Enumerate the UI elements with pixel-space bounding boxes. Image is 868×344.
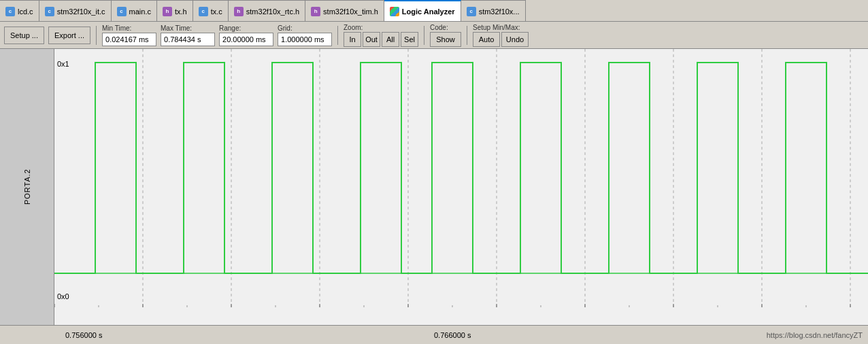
divider-1: [96, 26, 97, 45]
divider-2: [337, 26, 338, 45]
y-label-low: 0x0: [57, 292, 69, 300]
tab-label-logic-analyzer: Logic Analyzer: [402, 7, 455, 16]
tab-icon-logic-analyzer: [390, 7, 399, 16]
min-time-label: Min Time:: [102, 24, 156, 32]
tab-label-lcd-c: lcd.c: [18, 7, 33, 16]
y-label-high: 0x1: [57, 60, 69, 68]
grid-label: Grid:: [278, 24, 332, 32]
range-value: 20.00000 ms: [219, 33, 273, 46]
grid-group: Grid: 1.000000 ms: [278, 24, 332, 46]
auto-button[interactable]: Auto: [473, 32, 500, 47]
tab-label-stm32f10x-it-c: stm32f10x_it.c: [57, 7, 105, 16]
tab-lcd-c[interactable]: c lcd.c: [0, 0, 39, 22]
watermark: https://blog.csdn.net/fancyZT: [767, 331, 863, 339]
tab-icon-stm32f10x-more: c: [467, 7, 476, 16]
divider-4: [467, 26, 467, 45]
time-label-left: 0.756000 s: [65, 331, 102, 339]
tab-label-main-c: main.c: [129, 7, 151, 16]
signal-labels: PORTA.2: [0, 49, 54, 325]
tab-label-tx-c: tx.c: [211, 7, 222, 16]
range-group: Range: 20.00000 ms: [219, 24, 273, 46]
divider-3: [424, 26, 424, 45]
tab-tx-c[interactable]: c tx.c: [193, 0, 229, 22]
tab-main-c[interactable]: c main.c: [112, 0, 157, 22]
tab-stm32f10x-rtc-h[interactable]: h stm32f10x_rtc.h: [229, 0, 305, 22]
max-time-value: 0.784434 s: [161, 33, 215, 46]
setup-button[interactable]: Setup ...: [4, 27, 44, 44]
toolbar: Setup ... Export ... Min Time: 0.024167 …: [0, 22, 868, 49]
tab-bar: c lcd.c c stm32f10x_it.c c main.c h tx.h…: [0, 0, 868, 22]
min-time-group: Min Time: 0.024167 ms: [102, 24, 156, 46]
tab-label-stm32f10x-rtc-h: stm32f10x_rtc.h: [246, 7, 299, 16]
waveform-area[interactable]: 0x1 0x0: [54, 49, 868, 325]
code-show-button[interactable]: Show: [430, 32, 461, 47]
range-label: Range:: [219, 24, 273, 32]
tab-label-tx-h: tx.h: [175, 7, 187, 16]
code-label: Code:: [430, 24, 461, 31]
tab-stm32f10x-tim-h[interactable]: h stm32f10x_tim.h: [305, 0, 384, 22]
tab-stm32f10x-it-c[interactable]: c stm32f10x_it.c: [39, 0, 112, 22]
tab-icon-main-c: c: [117, 7, 127, 16]
main-area: PORTA.2 0x1 0x0: [0, 49, 868, 325]
time-axis: 0.756000 s 0.766000 s https://blog.csdn.…: [0, 325, 868, 344]
setup-minmax-container: Setup Min/Max: Auto Undo: [473, 24, 529, 47]
tab-icon-stm32f10x-rtc-h: h: [234, 7, 244, 16]
tab-icon-tx-h: h: [163, 7, 172, 16]
zoom-group-container: Zoom: In Out All Sel: [344, 24, 418, 47]
undo-button[interactable]: Undo: [501, 32, 529, 47]
tab-label-stm32f10x-more: stm32f10x...: [479, 7, 520, 16]
time-label-right: 0.766000 s: [434, 331, 471, 339]
grid-value: 1.000000 ms: [278, 33, 332, 46]
export-button[interactable]: Export ...: [48, 27, 90, 44]
minmax-buttons: Auto Undo: [473, 32, 529, 47]
code-group-container: Code: Show: [430, 24, 461, 47]
tab-stm32f10x-more[interactable]: c stm32f10x...: [461, 0, 526, 22]
waveform-svg: [54, 49, 868, 325]
zoom-all-button[interactable]: All: [382, 32, 399, 47]
zoom-buttons: In Out All Sel: [344, 32, 418, 47]
tab-icon-stm32f10x-tim-h: h: [311, 7, 320, 16]
zoom-out-button[interactable]: Out: [363, 32, 380, 47]
zoom-label: Zoom:: [344, 24, 418, 31]
tab-tx-h[interactable]: h tx.h: [157, 0, 193, 22]
signal-name: PORTA.2: [23, 169, 31, 205]
tab-label-stm32f10x-tim-h: stm32f10x_tim.h: [323, 7, 378, 16]
max-time-group: Max Time: 0.784434 s: [161, 24, 215, 46]
tab-logic-analyzer[interactable]: Logic Analyzer: [384, 0, 461, 22]
zoom-sel-button[interactable]: Sel: [401, 32, 418, 47]
min-time-value: 0.024167 ms: [102, 33, 156, 46]
tab-icon-tx-c: c: [199, 7, 208, 16]
zoom-in-button[interactable]: In: [344, 32, 361, 47]
max-time-label: Max Time:: [161, 24, 215, 32]
tab-icon-stm32f10x-it-c: c: [45, 7, 54, 16]
tab-icon-lcd-c: c: [5, 7, 15, 16]
svg-rect-0: [54, 49, 868, 325]
setup-minmax-label: Setup Min/Max:: [473, 24, 529, 31]
